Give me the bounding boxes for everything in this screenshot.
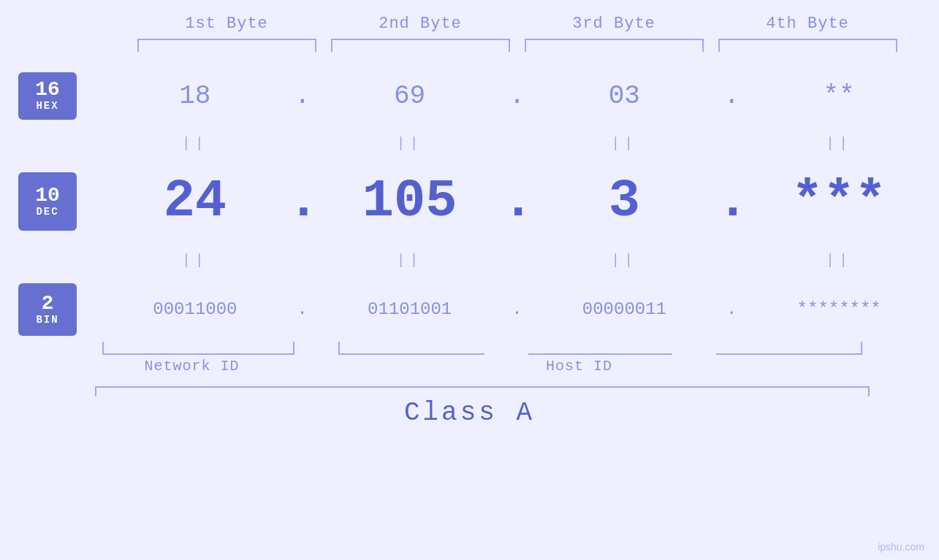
main-container: 1st Byte 2nd Byte 3rd Byte 4th Byte 16 H… (0, 0, 939, 560)
top-bracket-1 (137, 39, 316, 52)
bin-row: 2 BIN 00011000 . 01101001 . 00000011 . *… (0, 278, 939, 340)
dec-byte-2: 105 (317, 172, 503, 231)
watermark: ipshu.com (878, 541, 924, 553)
hex-row: 16 HEX 18 . 69 . 03 . ** (0, 66, 939, 125)
host-id-label: Host ID (289, 358, 870, 375)
bin-byte-1: 00011000 (102, 299, 288, 319)
equals-row-2: || || || || (0, 242, 939, 278)
hex-badge: 16 HEX (18, 72, 77, 120)
dec-sep-3: . (717, 172, 746, 231)
equals-row-1: || || || || (0, 125, 939, 161)
dec-sep-2: . (503, 172, 532, 231)
hex-byte-3: 03 (532, 81, 718, 111)
bin-sep-2: . (503, 299, 532, 319)
bin-sep-3: . (717, 299, 746, 319)
byte-label-4: 4th Byte (711, 15, 905, 33)
network-id-label: Network ID (95, 358, 289, 375)
class-a-label: Class A (0, 398, 939, 428)
byte-label-1: 1st Byte (130, 15, 324, 33)
dec-byte-3: 3 (532, 172, 718, 231)
dec-byte-1: 24 (102, 172, 288, 231)
top-bracket-4 (718, 39, 897, 52)
byte-label-3: 3rd Byte (517, 15, 711, 33)
hex-byte-2: 69 (317, 81, 503, 111)
top-bracket-3 (525, 39, 704, 52)
hex-byte-4: ** (746, 81, 932, 111)
dec-row: 10 DEC 24 . 105 . 3 . *** (0, 161, 939, 242)
dec-badge: 10 DEC (18, 172, 77, 231)
network-bracket (102, 342, 294, 355)
bin-byte-4: ******** (746, 299, 932, 319)
id-bracket-section: Network ID Host ID Class A (0, 342, 939, 428)
dec-sep-1: . (288, 172, 317, 231)
bin-badge: 2 BIN (18, 283, 77, 336)
top-bracket-2 (331, 39, 510, 52)
bin-sep-1: . (288, 299, 317, 319)
byte-label-2: 2nd Byte (324, 15, 517, 33)
bin-byte-2: 01101001 (317, 299, 503, 319)
dec-byte-4: *** (746, 172, 932, 231)
class-bracket-line (95, 386, 870, 388)
bin-byte-3: 00000011 (532, 299, 718, 319)
hex-sep-3: . (717, 81, 746, 111)
hex-sep-1: . (288, 81, 317, 111)
hex-sep-2: . (503, 81, 532, 111)
hex-byte-1: 18 (102, 81, 288, 111)
